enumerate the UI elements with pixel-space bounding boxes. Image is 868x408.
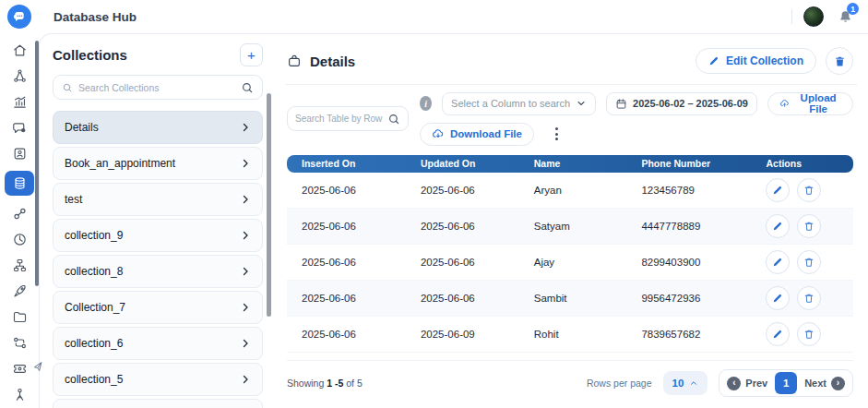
cell-actions <box>751 322 853 346</box>
next-page-button[interactable]: Next › <box>804 377 845 390</box>
search-icon[interactable] <box>241 81 254 94</box>
delete-collection-button[interactable] <box>826 47 853 75</box>
table-body: 2025-06-06 2025-06-06 Aryan 123456789 20… <box>287 173 853 353</box>
arrow-right-icon: › <box>831 377 845 390</box>
column-header-inserted-on: Inserted On <box>287 158 406 169</box>
rocket-icon[interactable] <box>5 282 34 299</box>
row-delete-button[interactable] <box>797 178 821 202</box>
chat-icon[interactable] <box>5 119 34 136</box>
table-row: 2025-06-06 2025-06-06 Aryan 123456789 <box>287 173 853 209</box>
cell-actions <box>751 286 853 310</box>
row-delete-button[interactable] <box>797 322 821 346</box>
search-icon[interactable] <box>387 113 400 126</box>
details-header: Details Edit Collection <box>287 43 853 84</box>
row-search-input[interactable] <box>295 114 384 124</box>
row-delete-button[interactable] <box>797 286 821 310</box>
collection-list-item[interactable]: Book_an_appointment <box>53 147 263 180</box>
prev-page-button[interactable]: ‹ Prev <box>727 377 767 390</box>
info-icon[interactable]: i <box>420 96 432 111</box>
row-edit-button[interactable] <box>766 250 790 274</box>
cell-phone-number: 8299403900 <box>626 257 751 268</box>
cell-name: Ajay <box>519 257 627 268</box>
topbar-divider <box>791 9 792 24</box>
download-file-label: Download File <box>450 128 522 139</box>
collection-list-item[interactable]: Collection_7 <box>53 291 263 324</box>
collections-search-input[interactable] <box>78 82 235 93</box>
edit-collection-button[interactable]: Edit Collection <box>696 48 816 74</box>
analytics-icon[interactable] <box>5 93 34 110</box>
cell-inserted-on: 2025-06-06 <box>287 293 406 304</box>
collection-name: collection_8 <box>65 265 123 278</box>
row-delete-button[interactable] <box>797 250 821 274</box>
row-edit-button[interactable] <box>766 178 790 202</box>
table-row: 2025-06-06 2025-06-06 Satyam 4447778889 <box>287 209 853 245</box>
row-search[interactable] <box>287 106 409 131</box>
chevron-down-icon <box>576 98 587 109</box>
details-title: Details <box>310 54 355 69</box>
home-icon[interactable] <box>5 42 34 58</box>
cloud-upload-icon <box>779 97 790 110</box>
details-panel: Details Edit Collection <box>278 34 868 408</box>
more-options-button[interactable] <box>550 124 564 144</box>
date-range-value: 2025-06-02 – 2025-06-09 <box>633 98 748 109</box>
column-select[interactable]: Select a Column to search <box>442 92 596 115</box>
topbar: Database Hub 1 <box>39 0 868 33</box>
notification-badge: 1 <box>847 3 859 15</box>
collection-list-item[interactable]: collection_9 <box>53 219 263 252</box>
row-edit-button[interactable] <box>766 286 790 310</box>
showing-count: Showing 1 -5 of 5 <box>287 378 363 389</box>
cell-phone-number: 4447778889 <box>626 221 751 232</box>
send-icon <box>32 361 44 373</box>
download-file-button[interactable]: Download File <box>420 123 534 146</box>
cell-inserted-on: 2025-06-06 <box>287 221 406 232</box>
rows-per-page-label: Rows per page <box>587 378 652 389</box>
row-delete-button[interactable] <box>797 214 821 238</box>
collection-bag-icon <box>287 54 302 68</box>
rows-per-page-select[interactable]: 10 <box>663 371 708 395</box>
cell-actions <box>751 178 853 202</box>
database-icon[interactable] <box>5 171 34 196</box>
collections-title: Collections <box>53 47 127 63</box>
collection-list-item[interactable]: Details <box>53 111 263 144</box>
add-collection-button[interactable]: + <box>240 43 263 66</box>
row-edit-button[interactable] <box>766 214 790 238</box>
collection-list-item[interactable]: test <box>53 183 263 216</box>
chevron-right-icon <box>240 266 251 277</box>
collection-list-item[interactable]: collection_6 <box>53 327 263 360</box>
row-edit-button[interactable] <box>766 322 790 346</box>
cell-updated-on: 2025-06-06 <box>406 221 519 232</box>
collection-name: Book_an_appointment <box>65 157 175 170</box>
collections-scrollbar[interactable] <box>267 93 271 317</box>
ticket-icon[interactable] <box>5 360 34 377</box>
collection-list-item[interactable]: collection_4 <box>53 399 263 408</box>
chevron-right-icon <box>240 122 251 133</box>
chevron-right-icon <box>240 158 251 169</box>
app-logo-icon[interactable] <box>7 5 31 29</box>
collections-search[interactable] <box>53 75 263 100</box>
user-avatar[interactable] <box>803 6 824 27</box>
pencil-icon <box>772 293 783 304</box>
contact-card-icon[interactable] <box>5 145 34 162</box>
time-icon[interactable] <box>5 231 34 247</box>
upload-file-button[interactable]: Upload File <box>767 92 853 115</box>
notifications-button[interactable]: 1 <box>835 6 855 27</box>
icon-sidebar <box>0 0 39 408</box>
person-icon[interactable] <box>5 386 34 402</box>
collection-list-item[interactable]: collection_8 <box>53 255 263 288</box>
date-range-picker[interactable]: 2025-06-02 – 2025-06-09 <box>606 92 757 115</box>
chevron-right-icon <box>240 338 251 349</box>
cell-name: Rohit <box>519 329 627 340</box>
cell-phone-number: 9956472936 <box>626 293 751 304</box>
column-header-actions: Actions <box>751 158 853 169</box>
cell-actions <box>751 214 853 238</box>
page-1-button[interactable]: 1 <box>775 372 797 394</box>
folder-icon[interactable] <box>5 308 34 325</box>
pencil-icon <box>772 221 783 232</box>
links-icon[interactable] <box>5 205 34 222</box>
trash-icon <box>803 257 814 268</box>
flow-icon[interactable] <box>5 334 34 351</box>
collection-list-item[interactable]: collection_5 <box>53 363 263 396</box>
prev-label: Prev <box>745 378 767 389</box>
hierarchy-icon[interactable] <box>5 257 34 273</box>
share-nodes-icon[interactable] <box>5 67 34 84</box>
